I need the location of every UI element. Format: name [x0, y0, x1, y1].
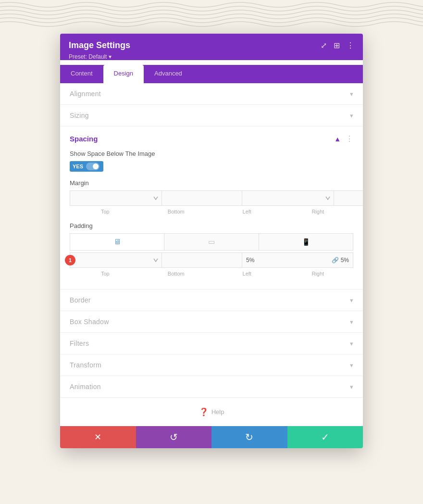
padding-left-label: Left — [212, 271, 283, 277]
device-desktop-btn[interactable]: 🖥 — [70, 233, 164, 251]
padding-right-value: 5% — [341, 257, 353, 264]
margin-left-unit — [322, 191, 334, 205]
margin-left-label: Left — [212, 209, 283, 214]
columns-icon[interactable]: ⊞ — [334, 41, 340, 50]
mobile-icon: 📱 — [302, 238, 310, 246]
more-icon[interactable]: ⋮ — [347, 41, 354, 50]
notification-badge: 1 — [65, 255, 75, 265]
spacing-more-icon[interactable]: ⋮ — [346, 134, 353, 143]
modal-title: Image Settings — [69, 40, 130, 50]
margin-labels: Top Bottom Left Right — [70, 208, 353, 215]
expand-icon[interactable]: ⤢ — [321, 41, 327, 50]
border-label: Border — [70, 296, 91, 304]
alignment-section[interactable]: Alignment ▾ — [60, 83, 363, 105]
margin-top-label: Top — [70, 209, 141, 214]
margin-left-group — [70, 190, 242, 206]
margin-left-input[interactable] — [242, 191, 322, 205]
alignment-chevron: ▾ — [350, 90, 353, 98]
redo-button[interactable]: ↻ — [212, 426, 287, 448]
margin-fields-row — [70, 190, 353, 206]
padding-devices: 🖥 ▭ 📱 — [70, 233, 353, 251]
transform-section[interactable]: Transform ▾ — [60, 354, 363, 376]
modal-header: Image Settings ⤢ ⊞ ⋮ Preset: Default ▾ — [60, 34, 363, 60]
help-icon: ❓ — [199, 407, 209, 416]
padding-left-value: 5% — [242, 253, 330, 267]
toggle-switch[interactable]: YES — [70, 161, 103, 172]
animation-section[interactable]: Animation ▾ — [60, 376, 363, 398]
margin-top-unit — [150, 191, 162, 205]
tablet-icon: ▭ — [208, 238, 215, 246]
padding-bottom-input[interactable] — [162, 253, 242, 267]
desktop-icon: 🖥 — [113, 238, 121, 246]
header-icons: ⤢ ⊞ ⋮ — [321, 41, 354, 50]
spacing-section: Spacing ▲ ⋮ Show Space Below The Image Y… — [60, 126, 363, 290]
device-tablet-btn[interactable]: ▭ — [164, 233, 259, 251]
help-row: ❓ Help — [60, 398, 363, 426]
toggle-yes-label: YES — [73, 164, 83, 169]
padding-top-label: Top — [70, 271, 141, 277]
margin-right-input[interactable] — [334, 191, 363, 205]
sizing-section[interactable]: Sizing ▾ — [60, 105, 363, 126]
padding-top-input[interactable] — [70, 253, 150, 267]
filters-chevron: ▾ — [350, 340, 353, 347]
modal-body: Alignment ▾ Sizing ▾ Spacing ▲ ⋮ — [60, 83, 363, 426]
box-shadow-chevron: ▾ — [350, 318, 353, 326]
spacing-header: Spacing ▲ ⋮ — [70, 134, 353, 143]
spacing-title: Spacing — [70, 135, 98, 143]
spacing-header-icons: ▲ ⋮ — [334, 134, 353, 143]
filters-label: Filters — [70, 340, 89, 347]
alignment-label: Alignment — [70, 90, 101, 98]
device-mobile-btn[interactable]: 📱 — [259, 233, 353, 251]
filters-section[interactable]: Filters ▾ — [60, 333, 363, 354]
padding-bottom-label: Bottom — [141, 271, 212, 277]
animation-chevron: ▾ — [350, 383, 353, 391]
margin-label: Margin — [70, 179, 353, 187]
cancel-icon: ✕ — [94, 432, 101, 442]
spacing-collapse-icon[interactable]: ▲ — [334, 135, 341, 143]
reset-button[interactable]: ↺ — [136, 426, 212, 448]
padding-labels: Top Bottom Left Right — [70, 270, 353, 277]
tab-design[interactable]: Design — [103, 65, 144, 83]
border-section[interactable]: Border ▾ — [60, 290, 363, 311]
toggle-row: Show Space Below The Image YES — [70, 150, 353, 172]
modal-footer: ✕ ↺ ↻ ✓ — [60, 426, 363, 448]
box-shadow-label: Box Shadow — [70, 318, 109, 326]
link-icon[interactable]: 🔗 — [330, 257, 341, 264]
padding-values-row: 1 5% 🔗 5% — [70, 252, 353, 268]
modal: Image Settings ⤢ ⊞ ⋮ Preset: Default ▾ C… — [60, 34, 363, 448]
padding-left-right-group: 5% 🔗 5% — [242, 252, 353, 268]
box-shadow-section[interactable]: Box Shadow ▾ — [60, 311, 363, 333]
margin-top-input[interactable] — [70, 191, 150, 205]
transform-label: Transform — [70, 361, 101, 369]
save-icon: ✓ — [321, 431, 329, 443]
transform-chevron: ▾ — [350, 362, 353, 369]
margin-bottom-label: Bottom — [141, 209, 212, 214]
toggle-pill — [86, 163, 100, 170]
toggle-label: Show Space Below The Image — [70, 150, 353, 157]
padding-top-bottom-group — [70, 252, 242, 268]
save-button[interactable]: ✓ — [287, 426, 363, 448]
padding-top-unit — [150, 253, 162, 267]
animation-label: Animation — [70, 383, 101, 391]
modal-tabs: Content Design Advanced — [60, 65, 363, 83]
background-pattern — [0, 0, 423, 29]
cancel-button[interactable]: ✕ — [60, 426, 136, 448]
margin-bottom-input[interactable] — [162, 191, 242, 205]
margin-right-label: Right — [283, 209, 354, 214]
help-text[interactable]: Help — [212, 408, 224, 416]
padding-right-label: Right — [283, 271, 354, 277]
sizing-label: Sizing — [70, 112, 89, 119]
sizing-chevron: ▾ — [350, 112, 353, 119]
margin-right-group — [242, 190, 363, 206]
reset-icon: ↺ — [170, 431, 178, 443]
tab-advanced[interactable]: Advanced — [144, 65, 193, 83]
modal-preset[interactable]: Preset: Default ▾ — [69, 53, 354, 60]
tab-content[interactable]: Content — [60, 65, 103, 83]
redo-icon: ↻ — [245, 431, 253, 443]
border-chevron: ▾ — [350, 297, 353, 304]
padding-label: Padding — [70, 222, 353, 229]
